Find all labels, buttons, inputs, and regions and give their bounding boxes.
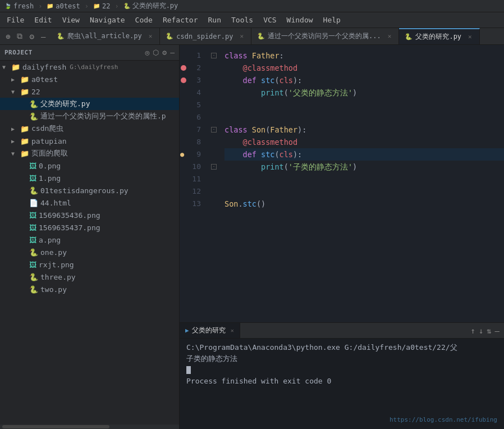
menu-vcs[interactable]: VCS (259, 15, 281, 25)
editor-area: 1 2 3 4 5 6 7 8 ● 9 10 11 (180, 45, 504, 429)
label-csdn: csdn爬虫 (31, 124, 63, 134)
menu-navigate[interactable]: Navigate (85, 15, 130, 25)
tree-item-1png[interactable]: ▶ 🖼 1.png (0, 172, 179, 184)
sidebar-tool-minus[interactable]: — (170, 48, 175, 57)
menu-view[interactable]: View (58, 15, 84, 25)
sidebar-tool-settings[interactable]: ⚙ (162, 48, 167, 57)
tree-item-a0test[interactable]: ▶ 📁 a0test (0, 73, 179, 85)
sidebar-tool-locate[interactable]: ◎ (145, 48, 150, 57)
new-tab-btn[interactable]: ⊕ (3, 31, 12, 42)
tree-item-dailyfresh[interactable]: ▼ 📁 dailyfresh G:\dailyfresh (0, 61, 179, 73)
tree-item-01test[interactable]: ▶ 🐍 01testisdangerous.py (0, 184, 179, 197)
code-line-4[interactable]: print('父类的静态方法') (224, 86, 504, 99)
minus-btn[interactable]: — (39, 31, 48, 42)
settings-btn[interactable]: ⚙ (27, 31, 36, 42)
tree-item-44html[interactable]: ▶ 📄 44.html (0, 197, 179, 209)
code-line-11 (224, 173, 504, 185)
icon-fulei: 🐍 (29, 100, 38, 108)
terminal-sort-btn[interactable]: ⇅ (487, 326, 491, 335)
sidebar-scrollbar-thumb (2, 425, 109, 428)
terminal-up-btn[interactable]: ↑ (470, 326, 475, 335)
gutter-10[interactable]: - (208, 161, 220, 173)
tab2-close[interactable]: ✕ (238, 32, 245, 40)
gutter-12 (208, 185, 220, 198)
terminal-minus-btn[interactable]: — (495, 326, 500, 335)
split-btn[interactable]: ⧉ (15, 30, 25, 42)
tab-bar: ⊕ ⧉ ⚙ — 🐍 爬虫\all_article.py ✕ 🐍 csdn_spi… (0, 28, 504, 45)
tab3-close[interactable]: ✕ (386, 32, 393, 40)
token-13-paren: () (256, 198, 265, 210)
tree-item-tongguoyige[interactable]: ▶ 🐍 通过一个父类访问另一个父类的属性.p (0, 110, 179, 122)
tab-fuleide-active[interactable]: 🐍 父类的研究.py ✕ (399, 28, 479, 44)
terminal-tab-close[interactable]: ✕ (231, 327, 234, 334)
menu-tools[interactable]: Tools (227, 15, 258, 25)
menu-refactor[interactable]: Refactor (158, 15, 203, 25)
icon-onepy: 🐍 (29, 248, 38, 257)
terminal-tab-label: 父类的研究 (192, 326, 226, 335)
breakpoint-2[interactable] (181, 65, 186, 71)
menu-help[interactable]: Help (319, 15, 345, 25)
code-line-9[interactable]: def stc(cls): (224, 148, 504, 161)
tree-item-csdn[interactable]: ▶ 📁 csdn爬虫 (0, 122, 179, 135)
code-line-13[interactable]: Son.stc() (224, 198, 504, 210)
menu-run[interactable]: Run (204, 15, 226, 25)
gutter-9 (208, 148, 220, 161)
ln-9: ● 9 (180, 148, 208, 161)
terminal-content: C:\ProgramData\Anaconda3\python.exe G:/d… (180, 339, 504, 429)
main-layout: Project ◎ ⬡ ⚙ — ▼ 📁 dailyfresh G:\dailyf… (0, 45, 504, 429)
gutter-7[interactable]: - (208, 124, 220, 136)
ln-5: 5 (180, 99, 208, 111)
ln-6: 6 (180, 111, 208, 124)
tree-item-twopy[interactable]: ▶ 🐍 two.py (0, 283, 179, 295)
terminal-output1: 子类的静态方法 (186, 353, 497, 364)
tree-item-onepy[interactable]: ▶ 🐍 one.py (0, 246, 179, 258)
tree-item-22[interactable]: ▼ 📁 22 (0, 85, 179, 98)
code-line-10[interactable]: print('子类的静态方法') (224, 161, 504, 173)
tab-csdn-spider[interactable]: 🐍 csdn_spider.py ✕ (160, 28, 251, 44)
arrow-a0test: ▶ (11, 76, 20, 83)
token-4-punc1: ( (284, 86, 288, 99)
label-fulei: 父类的研究.py (40, 99, 90, 109)
tab-all-article[interactable]: 🐍 爬虫\all_article.py ✕ (51, 28, 160, 44)
menu-file[interactable]: File (2, 15, 29, 25)
token-9-punc2: ): (293, 148, 302, 161)
gutter-1[interactable]: - (208, 49, 220, 62)
tab4-close[interactable]: ✕ (466, 33, 474, 41)
tab1-close[interactable]: ✕ (147, 32, 154, 40)
tree-item-rxjt[interactable]: ▶ 🖼 rxjt.png (0, 258, 179, 271)
terminal-tab-active[interactable]: ▶ 父类的研究 ✕ (180, 323, 240, 338)
icon-22: 📁 (20, 88, 29, 96)
code-line-1[interactable]: class Father: (224, 49, 504, 62)
tree-item-0png[interactable]: ▶ 🖼 0.png (0, 159, 179, 172)
tree-item-img1[interactable]: ▶ 🖼 1569635436.png (0, 209, 179, 221)
terminal-down-btn[interactable]: ↓ (479, 326, 483, 335)
tree-item-apng[interactable]: ▶ 🖼 a.png (0, 234, 179, 246)
label-img2: 1569635437.png (39, 223, 100, 232)
menu-window[interactable]: Window (282, 15, 318, 25)
tree-item-threepy[interactable]: ▶ 🐍 three.py (0, 271, 179, 283)
breakpoint-3[interactable] (181, 77, 186, 83)
code-line-7[interactable]: class Son(Father): (224, 124, 504, 136)
token-1-kw: class (224, 49, 252, 62)
sidebar-tool-collapse[interactable]: ⬡ (153, 48, 159, 57)
tree-item-fulei-py[interactable]: ▶ 🐍 父类的研究.py (0, 98, 179, 110)
label-01test: 01testisdangerous.py (40, 186, 129, 195)
code-line-3[interactable]: def stc(cls): (224, 74, 504, 86)
token-4-punc2: ) (352, 86, 357, 99)
icon-tongguoyige: 🐍 (29, 112, 38, 121)
title-a0test: 📁 a0test (47, 2, 80, 10)
tree-item-pagecrawl[interactable]: ▼ 📁 页面的爬取 (0, 147, 179, 159)
code-line-8[interactable]: @classmethod (224, 136, 504, 148)
sidebar-scrollbar-h[interactable] (0, 425, 179, 429)
arrow-pagecrawl: ▼ (11, 150, 20, 157)
token-9-indent (224, 148, 243, 161)
tab-tongguoyige[interactable]: 🐍 通过一个父类访问另一个父类的属... ✕ (251, 28, 399, 44)
token-4-str: '父类的静态方法' (288, 86, 352, 99)
gutter-3 (208, 74, 220, 86)
menu-code[interactable]: Code (131, 15, 157, 25)
tree-item-img2[interactable]: ▶ 🖼 1569635437.png (0, 221, 179, 234)
code-line-2[interactable]: @classmethod (224, 62, 504, 74)
icon-dailyfresh: 📁 (11, 63, 20, 71)
menu-edit[interactable]: Edit (30, 15, 56, 25)
tree-item-patupian[interactable]: ▶ 📁 patupian (0, 135, 179, 147)
